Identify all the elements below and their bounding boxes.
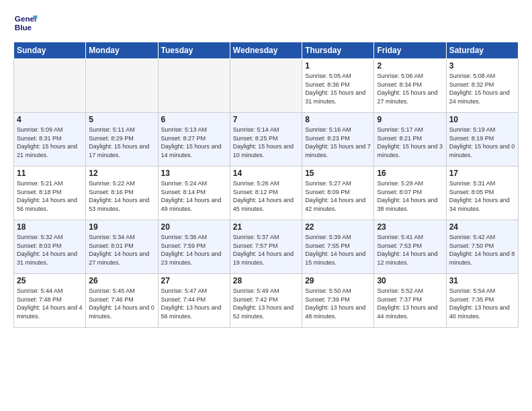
calendar-cell: 18Sunrise: 5:32 AMSunset: 8:03 PMDayligh… xyxy=(14,220,86,274)
day-info: Sunrise: 5:22 AMSunset: 8:16 PMDaylight:… xyxy=(89,179,154,213)
page: General Blue SundayMondayTuesdayWednesda… xyxy=(0,0,532,334)
svg-text:Blue: Blue xyxy=(15,23,32,32)
day-info: Sunrise: 5:06 AMSunset: 8:34 PMDaylight:… xyxy=(377,72,443,105)
calendar-cell: 2Sunrise: 5:06 AMSunset: 8:34 PMDaylight… xyxy=(374,59,446,113)
calendar-cell: 26Sunrise: 5:45 AMSunset: 7:46 PMDayligh… xyxy=(86,274,158,328)
day-number: 2 xyxy=(377,61,443,71)
calendar-cell: 22Sunrise: 5:39 AMSunset: 7:55 PMDayligh… xyxy=(302,220,374,274)
calendar-cell: 15Sunrise: 5:27 AMSunset: 8:09 PMDayligh… xyxy=(302,167,374,220)
day-number: 7 xyxy=(233,115,299,124)
weekday-header-wednesday: Wednesday xyxy=(230,42,302,59)
day-info: Sunrise: 5:26 AMSunset: 8:12 PMDaylight:… xyxy=(233,179,299,213)
weekday-header-monday: Monday xyxy=(86,42,158,59)
day-info: Sunrise: 5:44 AMSunset: 7:48 PMDaylight:… xyxy=(17,287,83,320)
day-number: 12 xyxy=(89,169,154,178)
day-number: 6 xyxy=(161,115,227,124)
day-number: 27 xyxy=(161,276,227,285)
day-number: 15 xyxy=(305,169,371,178)
week-row-3: 11Sunrise: 5:21 AMSunset: 8:18 PMDayligh… xyxy=(14,167,519,220)
day-info: Sunrise: 5:31 AMSunset: 8:05 PMDaylight:… xyxy=(449,179,515,213)
day-number: 9 xyxy=(377,115,443,124)
day-number: 23 xyxy=(377,222,443,232)
day-number: 14 xyxy=(233,169,299,178)
day-number: 25 xyxy=(17,276,83,285)
weekday-header-row: SundayMondayTuesdayWednesdayThursdayFrid… xyxy=(14,42,519,59)
calendar-cell: 8Sunrise: 5:16 AMSunset: 8:23 PMDaylight… xyxy=(302,113,374,167)
day-info: Sunrise: 5:09 AMSunset: 8:31 PMDaylight:… xyxy=(17,126,83,159)
calendar-cell: 6Sunrise: 5:13 AMSunset: 8:27 PMDaylight… xyxy=(158,113,230,167)
day-info: Sunrise: 5:52 AMSunset: 7:37 PMDaylight:… xyxy=(377,287,443,320)
day-number: 5 xyxy=(89,115,154,124)
day-number: 24 xyxy=(449,222,515,232)
day-number: 18 xyxy=(17,222,83,232)
day-number: 8 xyxy=(305,115,371,124)
day-info: Sunrise: 5:37 AMSunset: 7:57 PMDaylight:… xyxy=(233,233,299,267)
logo-icon: General Blue xyxy=(13,11,38,35)
day-info: Sunrise: 5:42 AMSunset: 7:50 PMDaylight:… xyxy=(449,233,515,267)
calendar-cell: 19Sunrise: 5:34 AMSunset: 8:01 PMDayligh… xyxy=(86,220,158,274)
day-number: 1 xyxy=(305,61,371,71)
calendar-cell: 30Sunrise: 5:52 AMSunset: 7:37 PMDayligh… xyxy=(374,274,446,328)
day-number: 11 xyxy=(17,169,83,178)
calendar-cell xyxy=(230,59,302,113)
day-info: Sunrise: 5:19 AMSunset: 8:19 PMDaylight:… xyxy=(449,126,515,159)
day-info: Sunrise: 5:24 AMSunset: 8:14 PMDaylight:… xyxy=(161,179,227,213)
svg-text:General: General xyxy=(15,14,38,23)
day-number: 19 xyxy=(89,222,154,232)
day-number: 26 xyxy=(89,276,154,285)
weekday-header-friday: Friday xyxy=(374,42,446,59)
day-number: 4 xyxy=(17,115,83,124)
day-number: 29 xyxy=(305,276,371,285)
calendar-cell: 14Sunrise: 5:26 AMSunset: 8:12 PMDayligh… xyxy=(230,167,302,220)
day-info: Sunrise: 5:27 AMSunset: 8:09 PMDaylight:… xyxy=(305,179,371,213)
logo: General Blue xyxy=(13,11,38,35)
calendar-cell: 13Sunrise: 5:24 AMSunset: 8:14 PMDayligh… xyxy=(158,167,230,220)
day-info: Sunrise: 5:54 AMSunset: 7:35 PMDaylight:… xyxy=(449,287,515,320)
day-info: Sunrise: 5:39 AMSunset: 7:55 PMDaylight:… xyxy=(305,233,371,267)
day-number: 28 xyxy=(233,276,299,285)
day-number: 3 xyxy=(449,61,515,71)
day-info: Sunrise: 5:29 AMSunset: 8:07 PMDaylight:… xyxy=(377,179,443,213)
day-number: 17 xyxy=(449,169,515,178)
calendar-cell: 11Sunrise: 5:21 AMSunset: 8:18 PMDayligh… xyxy=(14,167,86,220)
calendar-table: SundayMondayTuesdayWednesdayThursdayFrid… xyxy=(13,42,519,328)
week-row-2: 4Sunrise: 5:09 AMSunset: 8:31 PMDaylight… xyxy=(14,113,519,167)
weekday-header-sunday: Sunday xyxy=(14,42,86,59)
day-info: Sunrise: 5:11 AMSunset: 8:29 PMDaylight:… xyxy=(89,126,154,159)
calendar-cell xyxy=(86,59,158,113)
day-info: Sunrise: 5:36 AMSunset: 7:59 PMDaylight:… xyxy=(161,233,227,267)
calendar-cell: 20Sunrise: 5:36 AMSunset: 7:59 PMDayligh… xyxy=(158,220,230,274)
calendar-cell: 31Sunrise: 5:54 AMSunset: 7:35 PMDayligh… xyxy=(446,274,518,328)
week-row-4: 18Sunrise: 5:32 AMSunset: 8:03 PMDayligh… xyxy=(14,220,519,274)
day-info: Sunrise: 5:16 AMSunset: 8:23 PMDaylight:… xyxy=(305,126,371,159)
day-number: 30 xyxy=(377,276,443,285)
day-number: 20 xyxy=(161,222,227,232)
day-info: Sunrise: 5:34 AMSunset: 8:01 PMDaylight:… xyxy=(89,233,154,267)
calendar-cell xyxy=(14,59,86,113)
weekday-header-saturday: Saturday xyxy=(446,42,518,59)
day-info: Sunrise: 5:05 AMSunset: 8:36 PMDaylight:… xyxy=(305,72,371,105)
day-number: 31 xyxy=(449,276,515,285)
calendar-cell: 5Sunrise: 5:11 AMSunset: 8:29 PMDaylight… xyxy=(86,113,158,167)
day-info: Sunrise: 5:13 AMSunset: 8:27 PMDaylight:… xyxy=(161,126,227,159)
weekday-header-thursday: Thursday xyxy=(302,42,374,59)
calendar-cell: 21Sunrise: 5:37 AMSunset: 7:57 PMDayligh… xyxy=(230,220,302,274)
week-row-5: 25Sunrise: 5:44 AMSunset: 7:48 PMDayligh… xyxy=(14,274,519,328)
calendar-cell: 27Sunrise: 5:47 AMSunset: 7:44 PMDayligh… xyxy=(158,274,230,328)
calendar-cell: 25Sunrise: 5:44 AMSunset: 7:48 PMDayligh… xyxy=(14,274,86,328)
calendar-cell: 17Sunrise: 5:31 AMSunset: 8:05 PMDayligh… xyxy=(446,167,518,220)
day-number: 10 xyxy=(449,115,515,124)
calendar-cell xyxy=(158,59,230,113)
calendar-cell: 7Sunrise: 5:14 AMSunset: 8:25 PMDaylight… xyxy=(230,113,302,167)
week-row-1: 1Sunrise: 5:05 AMSunset: 8:36 PMDaylight… xyxy=(14,59,519,113)
day-info: Sunrise: 5:47 AMSunset: 7:44 PMDaylight:… xyxy=(161,287,227,320)
day-number: 21 xyxy=(233,222,299,232)
day-info: Sunrise: 5:50 AMSunset: 7:39 PMDaylight:… xyxy=(305,287,371,320)
calendar-cell: 4Sunrise: 5:09 AMSunset: 8:31 PMDaylight… xyxy=(14,113,86,167)
day-number: 13 xyxy=(161,169,227,178)
day-number: 22 xyxy=(305,222,371,232)
day-info: Sunrise: 5:45 AMSunset: 7:46 PMDaylight:… xyxy=(89,287,154,320)
calendar-cell: 12Sunrise: 5:22 AMSunset: 8:16 PMDayligh… xyxy=(86,167,158,220)
calendar-cell: 23Sunrise: 5:41 AMSunset: 7:53 PMDayligh… xyxy=(374,220,446,274)
calendar-cell: 9Sunrise: 5:17 AMSunset: 8:21 PMDaylight… xyxy=(374,113,446,167)
